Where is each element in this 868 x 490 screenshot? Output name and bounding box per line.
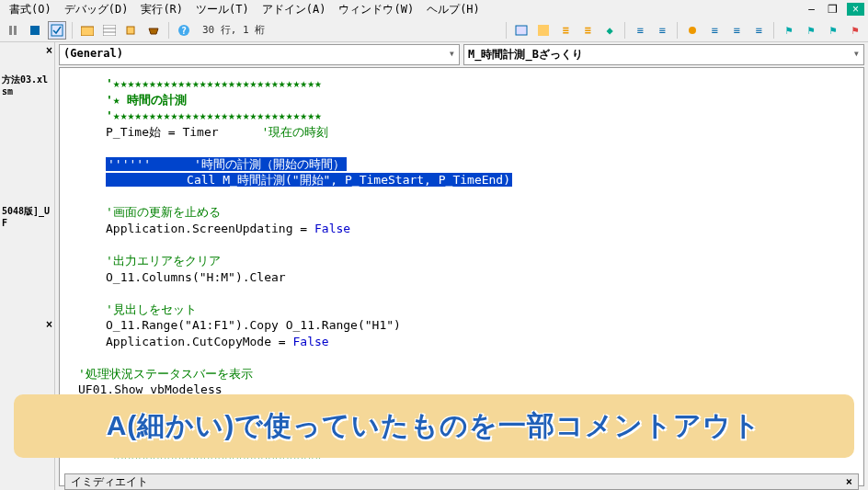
menu-tools[interactable]: ツール(T) [190, 0, 255, 19]
code-line: '出力エリアをクリア [106, 253, 856, 269]
help-icon[interactable]: ? [175, 21, 193, 40]
outdent-icon[interactable]: ≡ [578, 21, 597, 40]
toolbar: ? 30 行, 1 桁 ≡ ≡ ◆ ≡ ≡ ≡ ≡ ≡ ⚑ ⚑ ⚑ ⚑ [0, 18, 868, 42]
code-line: '★★★★★★★★★★★★★★★★★★★★★★★★★★★★★ [106, 108, 856, 124]
svg-rect-2 [30, 26, 40, 35]
project-item[interactable]: 方法03.xlsm [0, 70, 54, 100]
subtitle-text: A(細かい)で使っていたものを一部コメントアウト [30, 407, 838, 445]
svg-rect-3 [51, 25, 63, 36]
svg-rect-12 [538, 25, 549, 36]
code-line: '見出しをセット [106, 302, 856, 318]
project-item[interactable]: 5048版]_UF [0, 201, 54, 232]
minimize-button[interactable]: – [805, 3, 818, 16]
object-dropdown[interactable]: (General) [59, 44, 460, 65]
menu-run[interactable]: 実行(R) [135, 0, 188, 19]
code-line [106, 285, 856, 302]
code-line [106, 236, 856, 253]
code-line: Application.ScreenUpdating = False [106, 221, 856, 237]
code-line: '処理状況ステータスバーを表示 [78, 366, 856, 382]
svg-rect-0 [9, 26, 12, 35]
code-line: '★★★★★★★★★★★★★★★★★★★★★★★★★★★★★ [106, 75, 856, 92]
menubar: 書式(O) デバッグ(D) 実行(R) ツール(T) アドイン(A) ウィンドウ… [0, 0, 868, 18]
code-line: '''''' '時間の計測（開始の時間） [106, 156, 856, 173]
bookmark-next-icon[interactable]: ⚑ [802, 21, 820, 40]
bookmark-clear-icon[interactable]: ⚑ [846, 21, 864, 40]
panel-close-icon[interactable]: × [46, 44, 52, 57]
breakpoint-icon[interactable] [683, 21, 702, 40]
close-icon[interactable]: × [846, 475, 852, 488]
bookmark-toggle-icon[interactable]: ⚑ [780, 21, 798, 40]
properties-icon[interactable] [100, 21, 119, 40]
design-mode-icon[interactable] [48, 21, 66, 40]
svg-point-13 [689, 27, 696, 34]
indent2-icon[interactable]: ≡ [631, 21, 649, 40]
code-line [106, 188, 856, 205]
code-line: P_Time始 = Timer '現在の時刻 [106, 124, 856, 141]
menu-debug[interactable]: デバッグ(D) [59, 0, 134, 19]
object-browser-icon[interactable] [122, 21, 141, 40]
code-line: '画面の更新を止める [106, 204, 856, 221]
project-explorer-icon[interactable] [78, 21, 97, 40]
subtitle-overlay: A(細かい)で使っていたものを一部コメントアウト [14, 394, 854, 458]
bookmark-icon[interactable]: ◆ [600, 21, 619, 40]
toolbox-icon[interactable] [144, 21, 163, 40]
cursor-position: 30 行, 1 桁 [197, 23, 270, 37]
maximize-button[interactable]: ❐ [824, 3, 841, 16]
svg-rect-8 [127, 27, 134, 34]
bookmark-prev-icon[interactable]: ⚑ [824, 21, 842, 40]
uncomment-icon[interactable]: ≡ [727, 21, 746, 40]
stop-icon[interactable] [26, 21, 44, 40]
comment-icon[interactable]: ≡ [705, 21, 724, 40]
immediate-label: イミディエイト [71, 474, 148, 490]
list-icon[interactable]: ≡ [749, 21, 768, 40]
panel-close-icon[interactable]: × [46, 318, 52, 331]
immediate-window[interactable]: イミディエイト × [64, 473, 859, 490]
code-line: O_11.Range("A1:F1").Copy O_11.Range("H1"… [106, 317, 856, 334]
code-line: '★ 時間の計測 [106, 92, 856, 108]
menu-help[interactable]: ヘルプ(H) [421, 0, 485, 19]
svg-rect-4 [81, 27, 94, 36]
procedure-dropdown[interactable]: M_時間計測_Bざっくり [463, 44, 864, 65]
svg-rect-5 [103, 25, 116, 36]
code-line: O_11.Columns("H:M").Clear [106, 269, 856, 286]
menu-window[interactable]: ウィンドウ(W) [333, 0, 419, 19]
svg-rect-1 [14, 26, 17, 35]
svg-rect-11 [516, 26, 527, 35]
window-controls: – ❐ × [805, 3, 864, 16]
indent-icon[interactable]: ≡ [556, 21, 575, 40]
outdent2-icon[interactable]: ≡ [653, 21, 671, 40]
code-line: Application.CutCopyMode = False [106, 334, 856, 350]
tool-icon[interactable] [534, 21, 553, 40]
toggle-icon[interactable] [512, 21, 531, 40]
close-button[interactable]: × [847, 3, 864, 16]
code-line: Call M_時間計測("開始", P_TimeStart, P_TimeEnd… [106, 172, 856, 188]
code-line [106, 140, 856, 156]
svg-text:?: ? [181, 26, 187, 36]
code-line [106, 349, 856, 366]
menu-format[interactable]: 書式(O) [4, 0, 57, 19]
pause-icon[interactable] [4, 21, 22, 40]
menu-addins[interactable]: アドイン(A) [257, 0, 332, 19]
